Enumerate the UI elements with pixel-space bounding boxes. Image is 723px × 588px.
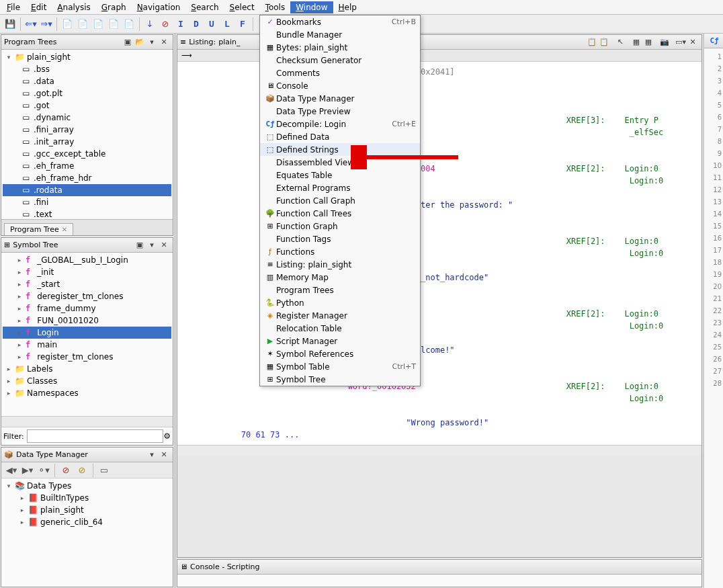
menu-graph[interactable]: Graph (96, 1, 132, 13)
symbol--init[interactable]: ▸f_init (3, 266, 171, 278)
symbol--global-sub-i-login[interactable]: ▸f_GLOBAL__sub_I_Login (3, 254, 171, 266)
tree-root[interactable]: ▾plain_sight (3, 51, 171, 63)
menu-item-external-programs[interactable]: External Programs (260, 181, 420, 194)
tab-program-tree[interactable]: Program Tree ✕ (4, 223, 73, 235)
panel-action-icon[interactable]: ▣ (122, 36, 134, 48)
menu-item-function-tags[interactable]: Function Tags (260, 233, 420, 245)
menu-item-checksum-generator[interactable]: Checksum Generator (260, 54, 420, 67)
menu-item-memory-map[interactable]: ▥Memory Map (260, 271, 420, 284)
close-icon[interactable]: ✕ (158, 239, 170, 251)
down-arrow-icon[interactable]: ↓ (142, 17, 157, 32)
filter-input[interactable] (27, 429, 163, 443)
tool-icon[interactable]: 📄 (106, 17, 121, 32)
menu-item-function-graph[interactable]: ⊞Function Graph (260, 220, 420, 233)
scrollbar[interactable] (1, 416, 173, 427)
f-button[interactable]: F (235, 17, 250, 32)
tool-icon[interactable]: 📄 (60, 17, 75, 32)
menu-item-bundle-manager[interactable]: Bundle Manager (260, 28, 420, 41)
symbol--start[interactable]: ▸f_start (3, 278, 171, 290)
tree-item--got-plt[interactable]: ▭.got.plt (3, 87, 171, 99)
layout-icon[interactable]: ▦ (630, 36, 642, 48)
menu-item-symbol-references[interactable]: ✶Symbol References (260, 347, 420, 360)
tree-item--dynamic[interactable]: ▭.dynamic (3, 112, 171, 124)
data-types-root[interactable]: ▾📚Data Types (3, 480, 171, 492)
close-icon[interactable]: ✕ (158, 449, 170, 461)
menu-tools[interactable]: Tools (260, 1, 291, 13)
tree-item--fini-array[interactable]: ▭.fini_array (3, 124, 171, 136)
menu-item-listing-plain-sight[interactable]: ≡Listing: plain_sight (260, 258, 420, 271)
save-icon[interactable]: 💾 (3, 17, 17, 32)
dt-item-builtintypes[interactable]: ▸📕BuiltInTypes (3, 492, 171, 504)
menu-item-function-call-trees[interactable]: 🌳Function Call Trees (260, 207, 420, 220)
tree-item--fini[interactable]: ▭.fini (3, 196, 171, 208)
back-arrow-icon[interactable]: ⇐▾ (24, 17, 38, 32)
menu-item-defined-data[interactable]: ⬚Defined Data (260, 130, 420, 143)
menu-search[interactable]: Search (185, 1, 224, 13)
tree-item--got[interactable]: ▭.got (3, 99, 171, 112)
d-button[interactable]: D (189, 17, 204, 32)
tree-item--eh-frame[interactable]: ▭.eh_frame (3, 160, 171, 172)
no-entry-icon[interactable]: ⊘ (158, 17, 173, 32)
tree-item--bss[interactable]: ▭.bss (3, 63, 171, 75)
tree-item--eh-frame-hdr[interactable]: ▭.eh_frame_hdr (3, 172, 171, 184)
folder-namespaces[interactable]: ▸Namespaces (3, 387, 171, 399)
dt-item-generic-clib-64[interactable]: ▸📕generic_clib_64 (3, 516, 171, 528)
tree-item--rodata[interactable]: ▭.rodata (3, 184, 171, 196)
tree-item--data[interactable]: ▭.data (3, 75, 171, 87)
menu-item-console[interactable]: 🖥Console (260, 79, 420, 92)
panel-action-icon[interactable]: 📂 (134, 36, 146, 48)
layout-icon[interactable]: ▭ (97, 463, 112, 478)
tool-icon[interactable]: 📄 (75, 17, 90, 32)
menu-file[interactable]: File (1, 1, 26, 13)
menu-item-bookmarks[interactable]: ✓BookmarksCtrl+B (260, 15, 420, 28)
panel-menu-icon[interactable]: ▾ (146, 36, 158, 48)
tool-icon[interactable]: 📄 (122, 17, 136, 32)
menu-item-disassembled-view[interactable]: Disassembled View (260, 156, 420, 169)
tree-item--init-array[interactable]: ▭.init_array (3, 136, 171, 148)
tree-item--text[interactable]: ▭.text (3, 208, 171, 219)
back-icon[interactable]: ◀▾ (4, 463, 19, 478)
menu-item-data-type-preview[interactable]: Data Type Preview (260, 105, 420, 118)
menu-item-equates-table[interactable]: Equates Table (260, 169, 420, 181)
toggle-icon[interactable]: ⊘ (58, 463, 73, 478)
symbol-login[interactable]: ▸fLogin (3, 327, 171, 339)
menu-item-bytes-plain-sight[interactable]: ▦Bytes: plain_sight (260, 41, 420, 54)
paste-icon[interactable]: 📋 (598, 36, 610, 48)
scrollbar[interactable] (177, 445, 701, 456)
console-body[interactable] (177, 575, 701, 587)
filter-icon[interactable]: ⚬▾ (36, 463, 51, 478)
folder-classes[interactable]: ▸Classes (3, 375, 171, 387)
menu-item-symbol-table[interactable]: ▦Symbol TableCtrl+T (260, 360, 420, 373)
menu-item-defined-strings[interactable]: ⬚Defined Strings (260, 143, 420, 156)
filter-settings-icon[interactable]: ⚙ (163, 431, 171, 441)
fwd-icon[interactable]: ▶▾ (20, 463, 35, 478)
tree-item--gcc-except-table[interactable]: ▭.gcc_except_table (3, 148, 171, 160)
menu-item-script-manager[interactable]: ▶Script Manager (260, 335, 420, 347)
menu-item-relocation-table[interactable]: Relocation Table (260, 322, 420, 335)
nav-arrow-icon[interactable]: ⟶ (181, 51, 192, 60)
panel-action-icon[interactable]: ▣ (134, 239, 146, 251)
panel-menu-icon[interactable]: ▾ (146, 449, 158, 461)
symbol-main[interactable]: ▸fmain (3, 339, 171, 351)
close-icon[interactable]: ✕ (158, 36, 170, 48)
menu-analysis[interactable]: Analysis (52, 1, 95, 13)
i-button[interactable]: I (173, 17, 188, 32)
copy-icon[interactable]: 📋 (586, 36, 598, 48)
menu-item-comments[interactable]: Comments (260, 67, 420, 79)
menu-select[interactable]: Select (224, 1, 260, 13)
menu-item-register-manager[interactable]: ◈Register Manager (260, 309, 420, 322)
menu-help[interactable]: Help (333, 1, 362, 13)
menu-navigation[interactable]: Navigation (132, 1, 186, 13)
menu-item-function-call-graph[interactable]: Function Call Graph (260, 194, 420, 207)
panel-menu-icon[interactable]: ▾ (146, 239, 158, 251)
symbol-deregister-tm-clones[interactable]: ▸fderegister_tm_clones (3, 290, 171, 302)
menu-item-functions[interactable]: ƒFunctions (260, 245, 420, 258)
l-button[interactable]: L (220, 17, 235, 32)
u-button[interactable]: U (204, 17, 219, 32)
menu-item-python[interactable]: 🐍Python (260, 296, 420, 309)
tool-icon[interactable]: 📄 (91, 17, 105, 32)
camera-icon[interactable]: 📷 (658, 36, 671, 48)
forward-arrow-icon[interactable]: ⇒▾ (39, 17, 54, 32)
cursor-icon[interactable]: ↖ (614, 36, 626, 48)
dt-item-plain-sight[interactable]: ▸📕plain_sight (3, 504, 171, 516)
